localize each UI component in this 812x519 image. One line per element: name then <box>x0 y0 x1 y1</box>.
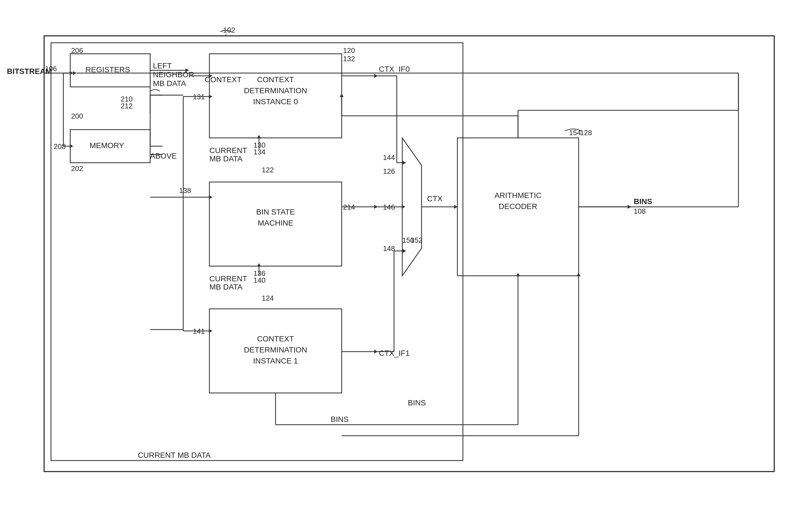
bins-out-label: BINS <box>634 197 652 206</box>
ctx-inst1-l2: DETERMINATION <box>244 346 307 354</box>
current-mb-mid1: CURRENT <box>209 274 247 283</box>
current-mb-bottom: CURRENT MB DATA <box>138 451 211 459</box>
ctx-inst1-l3: INSTANCE 1 <box>253 357 298 365</box>
ctx-inst0-l1: CONTEXT <box>257 75 294 84</box>
ctx-inst1-l1: CONTEXT <box>257 334 294 343</box>
diagram-container: 102 BITSTREAM 106 REGISTERS 206 MEMORY 2… <box>0 0 812 519</box>
bins-mux-label: BINS <box>408 399 426 407</box>
ref-140: 140 <box>254 276 265 284</box>
ref-108: 108 <box>634 207 645 215</box>
ref-144: 144 <box>383 153 395 162</box>
ref-122: 122 <box>262 166 273 174</box>
arith-dec-l1: ARITHMETIC <box>494 191 542 200</box>
ref-128: 128 <box>580 129 592 137</box>
bin-state-l1: BIN STATE <box>256 208 295 216</box>
ctx-inst0-l3: INSTANCE 0 <box>253 97 298 106</box>
bin-state-l2: MACHINE <box>258 219 293 227</box>
ref-148: 148 <box>383 244 395 253</box>
ctx-if0-label: CTX_IF0 <box>379 65 410 73</box>
ctx-inst0-l2: DETERMINATION <box>244 86 307 95</box>
ref-152: 152 <box>410 236 423 244</box>
ref-138: 138 <box>179 186 191 195</box>
ref-200: 200 <box>71 112 83 120</box>
ref-206: 206 <box>71 46 83 55</box>
ref-202: 202 <box>71 164 83 173</box>
current-mb-top1: CURRENT <box>209 146 247 155</box>
bins-mid-label: BINS <box>331 415 349 424</box>
above-label: ABOVE <box>150 152 177 160</box>
ref-124: 124 <box>262 294 273 302</box>
ref-132: 132 <box>343 55 355 63</box>
left-neighbor-label3: MB DATA <box>153 79 186 88</box>
memory-label: MEMORY <box>90 141 124 150</box>
current-mb-mid2: MB DATA <box>209 283 243 291</box>
registers-label: REGISTERS <box>85 65 130 74</box>
ref-212: 212 <box>121 102 133 110</box>
left-neighbor-label1: LEFT <box>153 61 172 70</box>
ctx-inst0-line1: CONTEXT <box>205 75 242 84</box>
left-neighbor-label2: NEIGHBOR <box>153 70 194 79</box>
ctx-label: CTX <box>427 194 442 203</box>
ref-134: 134 <box>254 148 265 156</box>
current-mb-top2: MB DATA <box>209 155 243 163</box>
ref-120: 120 <box>343 46 355 55</box>
ref-126: 126 <box>383 167 395 175</box>
arith-dec-l2: DECODER <box>499 202 537 211</box>
